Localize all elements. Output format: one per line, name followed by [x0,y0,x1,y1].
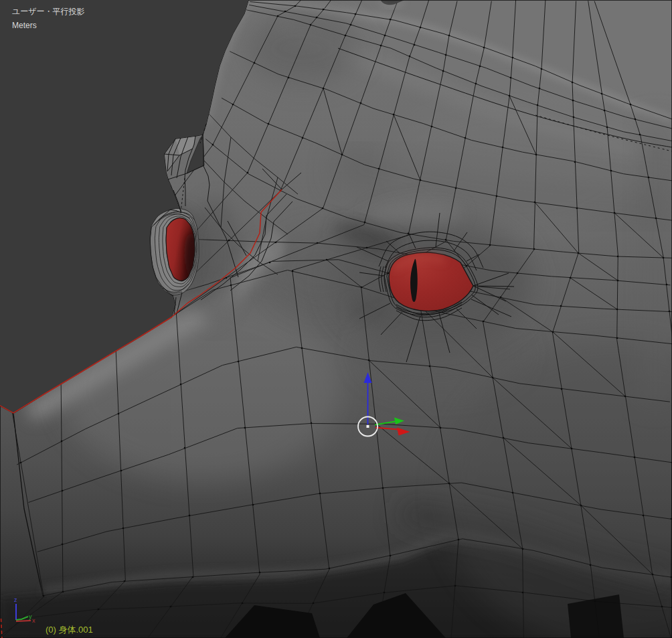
svg-text:z: z [14,596,17,603]
svg-text:Meters: Meters [12,21,37,30]
svg-text:x: x [32,617,35,624]
svg-text:ユーザー・平行投影: ユーザー・平行投影 [12,7,85,16]
svg-text:(0) 身体.001: (0) 身体.001 [46,625,93,635]
